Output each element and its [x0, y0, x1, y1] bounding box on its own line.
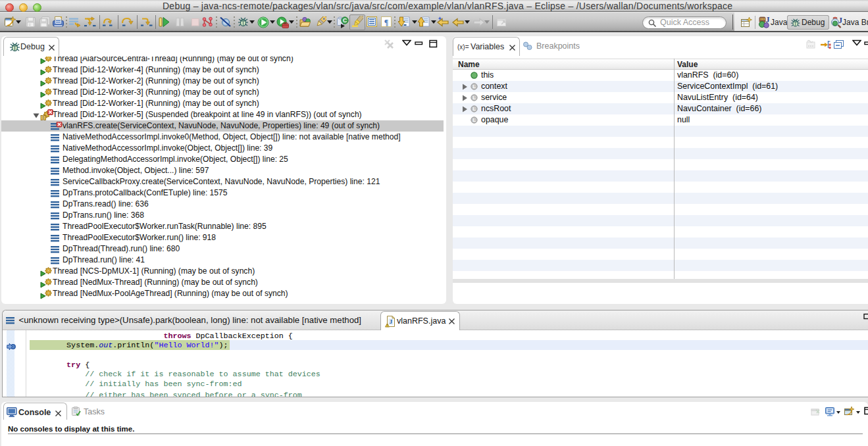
svg-text:¶: ¶ [384, 18, 388, 27]
svg-text:!: ! [387, 324, 388, 328]
svg-text:L: L [472, 107, 476, 111]
svg-text:C: C [343, 17, 347, 24]
svg-text:J: J [390, 318, 393, 325]
svg-text:L: L [472, 84, 476, 89]
svg-text:L: L [472, 95, 476, 100]
svg-text:J: J [766, 16, 770, 24]
svg-text:L: L [472, 118, 476, 122]
svg-text:(x)=: (x)= [457, 43, 469, 51]
